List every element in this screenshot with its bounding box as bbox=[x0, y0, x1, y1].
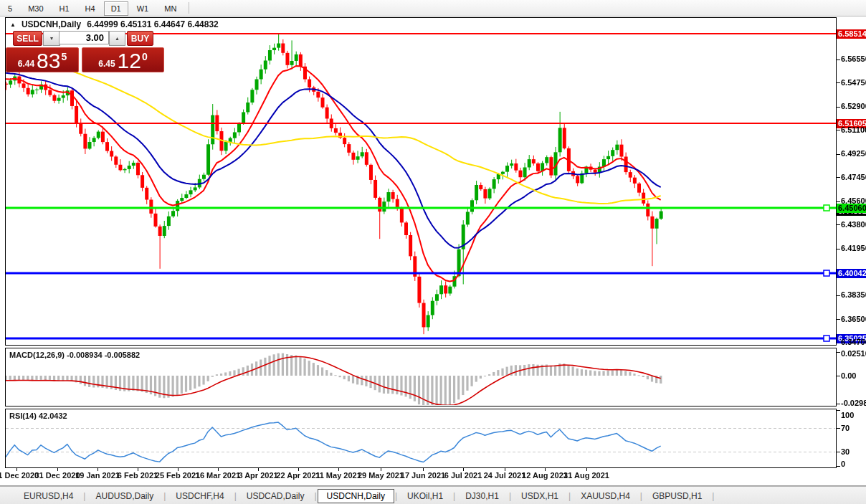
date-axis-label: 25 Feb 2021 bbox=[156, 471, 200, 480]
date-axis-label: 12 Aug 2021 bbox=[522, 471, 568, 480]
timeframe-button-mn[interactable]: MN bbox=[157, 1, 184, 16]
date-axis-label: 11 May 2021 bbox=[315, 471, 361, 480]
timeframe-button-h4[interactable]: H4 bbox=[78, 1, 103, 16]
tab-usdcad-daily[interactable]: USDCAD,Daily bbox=[237, 489, 314, 503]
sell-price-box[interactable]: 6.44 83 5 bbox=[6, 47, 79, 72]
collapse-chart-icon[interactable]: ▲ bbox=[10, 22, 16, 28]
volume-up-button[interactable]: ▴ bbox=[109, 31, 125, 46]
tab-separator: | bbox=[640, 491, 642, 501]
price-badge-green: 6.45060 bbox=[837, 204, 866, 213]
price-axis-label: 6.41950 bbox=[841, 244, 866, 253]
price-axis-label: 6.54750 bbox=[841, 78, 866, 87]
price-badge-blue: 6.40042 bbox=[837, 269, 866, 278]
rsi-axis-label: 0 bbox=[841, 460, 845, 469]
date-axis-label: 29 May 2021 bbox=[358, 471, 404, 480]
date-axis-label: 19 Jan 2021 bbox=[75, 471, 120, 480]
price-axis-label: 6.52900 bbox=[841, 102, 866, 111]
rsi-axis-label: 70 bbox=[841, 424, 850, 433]
chart-tab-bar: EURUSD,H4|AUDUSD,Daily|USDCHF,H4|USDCAD,… bbox=[0, 486, 866, 504]
tab-separator: | bbox=[83, 491, 85, 501]
price-axis: 6.585146.565506.547506.529006.516056.511… bbox=[836, 0, 866, 504]
sell-price-big: 83 bbox=[37, 50, 60, 72]
timeframe-button-h1[interactable]: H1 bbox=[52, 1, 77, 16]
timeframe-button-d1[interactable]: D1 bbox=[104, 1, 128, 16]
date-axis-label: 16 Mar 2021 bbox=[196, 471, 240, 480]
macd-indicator-label: MACD(12,26,9) -0.008934 -0.005882 bbox=[9, 351, 140, 359]
date-axis-label: 31 Dec 2020 bbox=[35, 471, 80, 480]
buy-button[interactable]: BUY bbox=[127, 31, 153, 46]
trading-terminal: 5M30H1H4D1W1MN ▲ USDCNH,Daily 6.44999 6.… bbox=[0, 0, 866, 504]
tab-usdx-h1[interactable]: USDX,H1 bbox=[512, 489, 568, 503]
tab-audusd-daily[interactable]: AUDUSD,Daily bbox=[86, 489, 163, 503]
toolbar-separator bbox=[189, 2, 189, 14]
price-axis-label: 6.51100 bbox=[841, 125, 866, 135]
date-axis-label: 31 Aug 2021 bbox=[563, 471, 609, 480]
date-axis-label: 3 Apr 2021 bbox=[238, 471, 277, 480]
price-axis-label: 6.47450 bbox=[841, 173, 866, 182]
macd-axis-label: 0.00 bbox=[841, 371, 856, 381]
timeframe-toolbar: 5M30H1H4D1W1MN bbox=[0, 0, 866, 16]
tab-usdcnh-daily[interactable]: USDCNH,Daily bbox=[318, 489, 394, 503]
triangle-up-icon: ▴ bbox=[115, 35, 118, 42]
tab-separator: | bbox=[314, 491, 316, 501]
date-axis-label: 6 Jul 2021 bbox=[444, 471, 482, 480]
date-axis-label: 17 Jun 2021 bbox=[401, 471, 445, 480]
buy-price-box[interactable]: 6.45 12 0 bbox=[82, 47, 164, 72]
rsi-axis-label: 100 bbox=[841, 411, 854, 420]
chart-header: ▲ USDCNH,Daily 6.44999 6.45131 6.44647 6… bbox=[10, 19, 219, 29]
sell-button[interactable]: SELL bbox=[13, 31, 42, 46]
chart-canvas[interactable] bbox=[0, 0, 866, 504]
macd-axis-label: 0.025108 bbox=[841, 349, 866, 358]
volume-input[interactable]: 3.00 bbox=[59, 31, 109, 44]
price-axis-label: 6.36500 bbox=[841, 315, 866, 324]
tab-eurusd-h4[interactable]: EURUSD,H4 bbox=[14, 489, 82, 503]
rsi-indicator-label: RSI(14) 42.0432 bbox=[9, 412, 67, 420]
timeframe-button-m30[interactable]: M30 bbox=[21, 1, 50, 16]
date-axis-label: 22 Apr 2021 bbox=[276, 471, 320, 480]
tab-separator: | bbox=[509, 491, 511, 501]
buy-price-prefix: 6.45 bbox=[98, 59, 115, 69]
timeframe-button-w1[interactable]: W1 bbox=[130, 1, 156, 16]
tab-separator: | bbox=[234, 491, 237, 501]
tab-ukoil-h1[interactable]: UKOil,H1 bbox=[398, 489, 452, 503]
timeframe-button-5[interactable]: 5 bbox=[1, 1, 19, 16]
tab-gbpusd-h1[interactable]: GBPUSD,H1 bbox=[643, 489, 711, 503]
buy-price-sup: 0 bbox=[142, 51, 148, 62]
tab-separator: | bbox=[453, 491, 455, 501]
tab-separator: | bbox=[712, 491, 714, 501]
volume-down-button[interactable]: ▾ bbox=[43, 31, 60, 46]
date-axis: 11 Dec 202031 Dec 202019 Jan 20216 Feb 2… bbox=[0, 471, 836, 484]
date-axis-label: 24 Jul 2021 bbox=[484, 471, 526, 480]
price-axis-label: 6.56550 bbox=[841, 54, 866, 64]
date-axis-label: 6 Feb 2021 bbox=[118, 471, 158, 480]
price-axis-label: 6.34700 bbox=[841, 338, 866, 347]
tab-separator: | bbox=[395, 491, 397, 501]
tab-usdchf-h4[interactable]: USDCHF,H4 bbox=[166, 489, 233, 503]
date-axis-label: 11 Dec 2020 bbox=[0, 471, 39, 480]
tab-separator: | bbox=[568, 491, 571, 501]
buy-price-big: 12 bbox=[118, 50, 141, 72]
sell-price-prefix: 6.44 bbox=[18, 59, 34, 69]
macd-axis-label: -0.02988 bbox=[841, 399, 866, 408]
chart-ohlc-values: 6.44999 6.45131 6.44647 6.44832 bbox=[87, 19, 219, 29]
tab-separator: | bbox=[163, 491, 166, 501]
price-axis-label: 6.43800 bbox=[841, 220, 866, 229]
triangle-down-icon: ▾ bbox=[50, 35, 53, 42]
rsi-axis-label: 30 bbox=[841, 447, 850, 457]
price-axis-label: 6.38350 bbox=[841, 290, 866, 300]
tab-xauusd-h4[interactable]: XAUUSD,H4 bbox=[571, 489, 639, 503]
sell-price-sup: 5 bbox=[61, 51, 67, 62]
tab-dj30-h1[interactable]: DJ30,H1 bbox=[456, 489, 508, 503]
price-axis-label: 6.49250 bbox=[841, 149, 866, 158]
chart-symbol-title: USDCNH,Daily bbox=[22, 19, 81, 29]
price-badge-red: 6.58514 bbox=[837, 29, 866, 39]
